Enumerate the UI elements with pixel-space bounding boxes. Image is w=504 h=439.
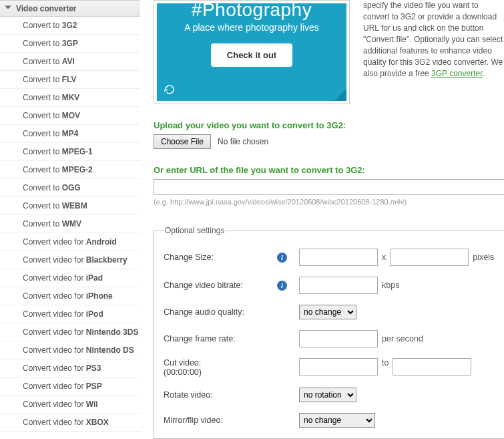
sidebar-item-wii[interactable]: Convert video for Wii: [0, 396, 140, 414]
sidebar-item-android[interactable]: Convert video for Android: [0, 233, 140, 251]
sidebar-item-3gp[interactable]: Convert to 3GP: [0, 35, 140, 53]
file-status: No file chosen: [218, 137, 268, 146]
sidebar-item-mpeg-2[interactable]: Convert to MPEG-2: [0, 161, 140, 179]
rotate-select[interactable]: no rotation: [299, 388, 356, 402]
reload-icon[interactable]: [164, 84, 176, 96]
promo-card: #Photography A place where photography l…: [154, 0, 350, 104]
sidebar-item-mkv[interactable]: Convert to MKV: [0, 89, 140, 107]
url-hint: (e.g. http://www.jpl.nasa.gov/videos/wis…: [154, 198, 504, 206]
rotate-label: Rotate video:: [164, 390, 277, 400]
optional-settings: Optional settings Change Size: i x pixel…: [154, 226, 504, 439]
sidebar-header[interactable]: Video converter: [0, 0, 140, 17]
sidebar-item-xbox[interactable]: Convert video for XBOX: [0, 414, 140, 432]
url-heading: Or enter URL of the file you want to con…: [154, 165, 504, 175]
info-icon[interactable]: i: [277, 281, 287, 291]
sidebar-item-ps3[interactable]: Convert video for PS3: [0, 359, 140, 378]
main-content: #Photography A place where photography l…: [140, 0, 504, 439]
sidebar-item-ipad[interactable]: Convert video for iPad: [0, 269, 140, 287]
cut-sep: to: [382, 358, 389, 368]
sidebar-item-psp[interactable]: Convert video for PSP: [0, 378, 140, 396]
sidebar-item-flv[interactable]: Convert to FLV: [0, 71, 140, 89]
url-input[interactable]: [154, 179, 504, 195]
fold-corner-icon: [334, 89, 346, 101]
cut-to-input[interactable]: [393, 358, 471, 376]
size-unit: pixels: [473, 253, 494, 262]
size-label: Change Size:: [164, 253, 277, 262]
sidebar-item-nintendo-3ds[interactable]: Convert video for Nintendo 3DS: [0, 323, 140, 341]
sidebar-item-3g2[interactable]: Convert to 3G2: [0, 17, 140, 35]
choose-file-button[interactable]: Choose File: [154, 134, 211, 149]
bitrate-label: Change video bitrate:: [164, 281, 277, 290]
sidebar-item-mov[interactable]: Convert to MOV: [0, 107, 140, 125]
sidebar-item-wmv[interactable]: Convert to WMV: [0, 215, 140, 233]
info-icon[interactable]: i: [277, 253, 287, 263]
optional-legend: Optional settings: [164, 226, 226, 235]
sidebar-item-mp4[interactable]: Convert to MP4: [0, 125, 140, 143]
promo-cta-button[interactable]: Check it out: [211, 43, 292, 67]
sidebar-item-nintendo-ds[interactable]: Convert video for Nintendo DS: [0, 341, 140, 359]
sidebar-item-avi[interactable]: Convert to AVI: [0, 53, 140, 71]
sidebar-item-blackberry[interactable]: Convert video for Blackberry: [0, 251, 140, 269]
sidebar: Video converter Convert to 3G2Convert to…: [0, 0, 140, 439]
bitrate-input[interactable]: [299, 277, 378, 294]
audio-label: Change audio quality:: [164, 307, 277, 317]
sidebar-item-webm[interactable]: Convert to WEBM: [0, 197, 140, 215]
sidebar-item-mpeg-1[interactable]: Convert to MPEG-1: [0, 143, 140, 161]
intro-text: specify the video file you want to conve…: [363, 0, 504, 104]
audio-quality-select[interactable]: no change: [299, 305, 356, 319]
sidebar-item-ipod[interactable]: Convert video for iPod: [0, 305, 140, 323]
related-converter-link[interactable]: 3GP converter: [431, 69, 483, 78]
promo-subtitle: A place where photography lives: [166, 22, 337, 33]
frame-unit: per second: [382, 334, 423, 343]
sidebar-item-ogg[interactable]: Convert to OGG: [0, 179, 140, 197]
sidebar-header-label: Video converter: [16, 4, 76, 13]
promo-title: #Photography: [166, 0, 337, 21]
mirror-label: Mirror/flip video:: [164, 416, 277, 425]
chevron-down-icon: [4, 3, 12, 13]
sidebar-item-iphone[interactable]: Convert video for iPhone: [0, 287, 140, 305]
size-sep: x: [382, 253, 386, 262]
frame-rate-input[interactable]: [299, 330, 378, 347]
cut-label: Cut video: (00:00:00): [164, 358, 277, 377]
mirror-select[interactable]: no change: [299, 413, 375, 428]
size-height-input[interactable]: [390, 249, 469, 266]
bitrate-unit: kbps: [382, 281, 399, 290]
upload-heading: Upload your video you want to convert to…: [154, 120, 504, 130]
size-width-input[interactable]: [299, 249, 378, 266]
cut-from-input[interactable]: [299, 358, 378, 376]
frame-label: Change frame rate:: [164, 334, 277, 343]
